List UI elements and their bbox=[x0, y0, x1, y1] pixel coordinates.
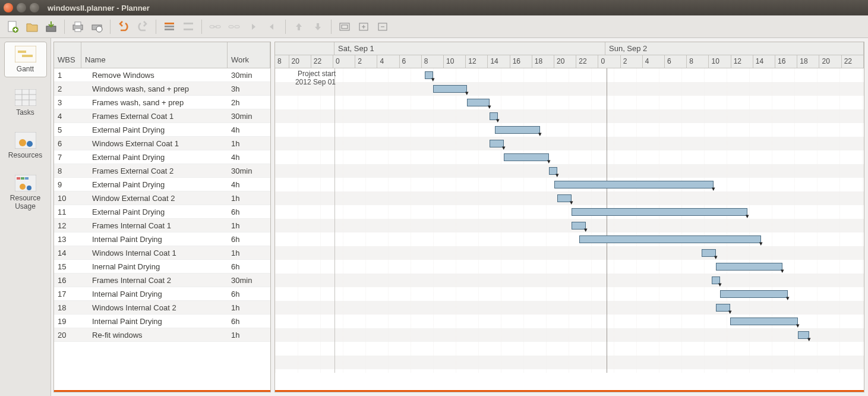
hour-tick: 0 bbox=[333, 55, 355, 68]
window-minimize-icon[interactable] bbox=[17, 3, 26, 12]
table-row[interactable]: 6Windows External Coat 11h bbox=[54, 137, 270, 150]
gantt-bar[interactable] bbox=[467, 99, 490, 106]
table-row[interactable]: 1Remove Windows30min bbox=[54, 68, 270, 82]
insert-task-button[interactable] bbox=[161, 18, 178, 35]
cell-wbs: 2 bbox=[54, 84, 81, 93]
svg-rect-11 bbox=[184, 23, 193, 24]
cell-name: Internal Paint Drying bbox=[81, 235, 228, 244]
window-close-icon[interactable] bbox=[4, 3, 13, 12]
task-list-header: WBS Name Work bbox=[54, 42, 270, 68]
horizontal-scrollbar[interactable] bbox=[54, 390, 270, 392]
gantt-body[interactable]: ▾▾▾▾▾▾▾▾▾▾▾▾▾▾▾▾▾▾▾▾ Project start 2012 … bbox=[275, 68, 864, 392]
hour-tick: 22 bbox=[311, 55, 333, 68]
gantt-bar[interactable] bbox=[504, 153, 549, 161]
resource-usage-icon bbox=[15, 175, 36, 191]
zoom-out-button[interactable] bbox=[374, 18, 391, 35]
table-row[interactable]: 4Frames External Coat 130min bbox=[54, 109, 270, 123]
gantt-bar[interactable] bbox=[495, 126, 540, 134]
table-row[interactable]: 12Frames Internal Coat 11h bbox=[54, 219, 270, 232]
hour-tick: 16 bbox=[510, 55, 532, 68]
gantt-bar[interactable] bbox=[716, 263, 782, 271]
svg-rect-20 bbox=[340, 23, 349, 30]
svg-rect-4 bbox=[75, 22, 81, 26]
unlink-button[interactable] bbox=[226, 18, 242, 35]
hour-tick: 2 bbox=[355, 55, 377, 68]
cell-work: 6h bbox=[228, 317, 270, 326]
outdent-button[interactable] bbox=[264, 18, 280, 35]
open-file-button[interactable] bbox=[24, 18, 40, 35]
hour-tick: 6 bbox=[665, 55, 687, 68]
print-preview-button[interactable] bbox=[89, 18, 105, 35]
dependency-arrow-icon: ▾ bbox=[728, 308, 732, 316]
table-row[interactable]: 3Frames wash, sand + prep2h bbox=[54, 96, 270, 109]
cell-wbs: 3 bbox=[54, 98, 81, 107]
cell-name: Inernal Paint Drying bbox=[81, 262, 228, 271]
nav-gantt[interactable]: Gantt bbox=[4, 42, 47, 77]
cell-name: Frames wash, sand + prep bbox=[81, 98, 228, 107]
dependency-arrow-icon: ▾ bbox=[584, 226, 588, 234]
gantt-bar[interactable] bbox=[433, 85, 467, 93]
svg-rect-19 bbox=[317, 23, 319, 27]
hour-tick: 20 bbox=[289, 55, 311, 68]
table-row[interactable]: 14Windows Internal Coat 11h bbox=[54, 246, 270, 260]
print-button[interactable] bbox=[70, 18, 86, 35]
remove-task-button[interactable] bbox=[180, 18, 197, 35]
table-row[interactable]: 16Frames Internal Coat 230min bbox=[54, 274, 270, 287]
zoom-fit-button[interactable] bbox=[336, 18, 353, 35]
nav-resource-usage[interactable]: Resource Usage bbox=[4, 171, 47, 214]
table-row[interactable]: 11External Paint Drying6h bbox=[54, 205, 270, 219]
cell-work: 6h bbox=[228, 262, 270, 271]
new-file-button[interactable] bbox=[5, 18, 21, 35]
table-row[interactable]: 17Internal Paint Drying6h bbox=[54, 287, 270, 301]
column-wbs[interactable]: WBS bbox=[54, 42, 81, 68]
table-row[interactable]: 13Internal Paint Drying6h bbox=[54, 232, 270, 246]
column-work[interactable]: Work bbox=[228, 42, 270, 68]
table-row[interactable]: 2Windows wash, sand + prep3h bbox=[54, 82, 270, 96]
nav-tasks[interactable]: Tasks bbox=[4, 86, 47, 120]
table-row[interactable]: 18Windows Internal Coat 21h bbox=[54, 301, 270, 315]
gantt-bar[interactable] bbox=[579, 235, 761, 243]
table-row[interactable]: 7External Paint Drying4h bbox=[54, 150, 270, 164]
hour-tick: 20 bbox=[554, 55, 576, 68]
move-up-button[interactable] bbox=[291, 18, 307, 35]
window-maximize-icon[interactable] bbox=[30, 3, 39, 12]
dependency-arrow-icon: ▾ bbox=[488, 103, 491, 111]
cell-wbs: 8 bbox=[54, 166, 81, 175]
window-titlebar[interactable]: windowsII.planner - Planner bbox=[0, 0, 868, 15]
svg-rect-12 bbox=[184, 29, 193, 30]
table-row[interactable]: 5External Paint Drying4h bbox=[54, 123, 270, 137]
save-button[interactable] bbox=[43, 18, 59, 35]
gantt-horizontal-scrollbar[interactable] bbox=[275, 390, 864, 392]
gantt-bar[interactable] bbox=[720, 290, 788, 298]
table-row[interactable]: 10Window External Coat 21h bbox=[54, 191, 270, 205]
gantt-bar[interactable] bbox=[554, 181, 714, 188]
cell-name: Windows Internal Coat 2 bbox=[81, 303, 228, 312]
undo-button[interactable] bbox=[115, 18, 132, 35]
cell-wbs: 10 bbox=[54, 194, 81, 203]
task-rows[interactable]: 1Remove Windows30min2Windows wash, sand … bbox=[54, 68, 270, 390]
svg-point-39 bbox=[20, 184, 26, 190]
table-row[interactable]: 20Re-fit windows1h bbox=[54, 328, 270, 342]
gantt-bar[interactable] bbox=[572, 208, 747, 216]
redo-button[interactable] bbox=[134, 18, 151, 35]
hour-tick: 2 bbox=[621, 55, 643, 68]
view-sidebar: Gantt Tasks Resources Resource Usage bbox=[0, 38, 51, 396]
cell-name: Re-fit windows bbox=[81, 331, 228, 340]
indent-button[interactable] bbox=[245, 18, 261, 35]
dependency-arrow-icon: ▾ bbox=[431, 76, 435, 83]
cell-name: Window External Coat 2 bbox=[81, 194, 228, 203]
table-row[interactable]: 9External Paint Drying4h bbox=[54, 178, 270, 191]
svg-point-34 bbox=[27, 141, 33, 147]
table-row[interactable]: 19Internal Paint Drying6h bbox=[54, 315, 270, 328]
link-button[interactable] bbox=[207, 18, 223, 35]
svg-rect-18 bbox=[298, 27, 300, 30]
column-name[interactable]: Name bbox=[81, 42, 228, 68]
dependency-arrow-icon: ▾ bbox=[570, 199, 573, 206]
cell-wbs: 20 bbox=[54, 331, 81, 340]
nav-resources[interactable]: Resources bbox=[4, 128, 47, 163]
table-row[interactable]: 15Inernal Paint Drying6h bbox=[54, 260, 270, 274]
move-down-button[interactable] bbox=[310, 18, 326, 35]
gantt-bar[interactable] bbox=[730, 318, 798, 325]
table-row[interactable]: 8Frames External Coat 230min bbox=[54, 164, 270, 178]
zoom-in-button[interactable] bbox=[355, 18, 372, 35]
